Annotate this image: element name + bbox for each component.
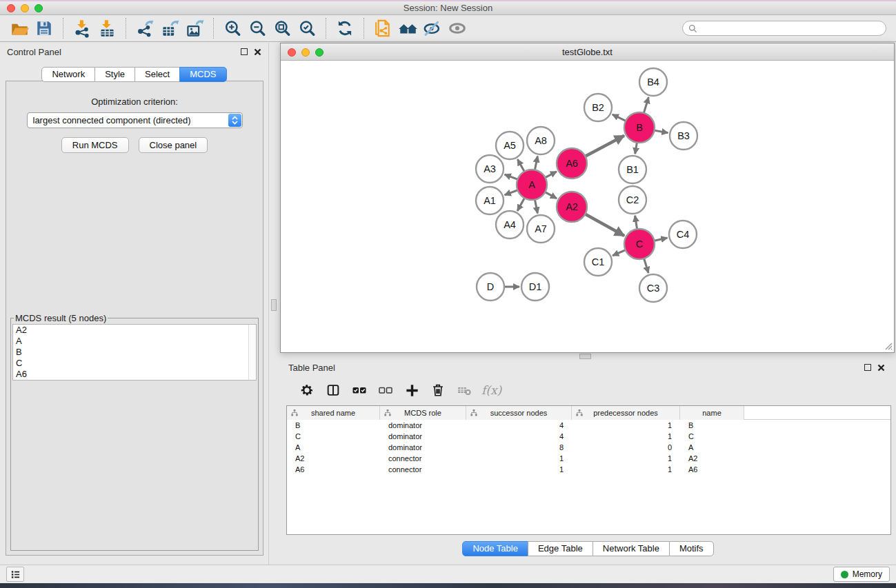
mcds-result-item[interactable]: C xyxy=(13,358,256,369)
close-panel-icon[interactable] xyxy=(877,364,885,372)
edge-A-A5[interactable] xyxy=(517,159,524,172)
deselect-all-button[interactable] xyxy=(372,378,399,402)
edge-A-A3[interactable] xyxy=(505,174,518,179)
tab-select[interactable]: Select xyxy=(135,67,180,82)
edge-A-A4[interactable] xyxy=(517,198,524,211)
zoom-in-button[interactable] xyxy=(220,17,245,39)
open-file-button[interactable] xyxy=(7,17,32,39)
homes-button[interactable] xyxy=(395,17,420,39)
network-from-selection-button[interactable] xyxy=(370,17,395,39)
edge-B-B3[interactable] xyxy=(655,130,668,133)
column-header-successor-nodes[interactable]: successor nodes xyxy=(466,406,572,420)
float-panel-icon[interactable] xyxy=(864,364,871,371)
edge-B-B2[interactable] xyxy=(613,114,626,121)
mcds-result-item[interactable]: A6 xyxy=(13,369,256,380)
edge-A2-C[interactable] xyxy=(585,214,624,236)
mcds-result-item[interactable]: A xyxy=(13,336,256,347)
table-cell[interactable]: A xyxy=(680,442,744,453)
tab-network-table[interactable]: Network Table xyxy=(593,541,670,556)
search-input[interactable] xyxy=(701,23,880,33)
export-network-button[interactable] xyxy=(132,17,157,39)
table-cell[interactable]: connector xyxy=(380,464,466,475)
table-cell[interactable]: A xyxy=(287,442,380,453)
tab-motifs[interactable]: Motifs xyxy=(669,541,714,556)
tab-mcds[interactable]: MCDS xyxy=(179,67,226,82)
close-panel-icon[interactable] xyxy=(254,48,261,56)
table-row[interactable]: Adominator80A xyxy=(287,442,890,453)
tab-network[interactable]: Network xyxy=(41,67,95,82)
task-history-button[interactable] xyxy=(6,567,24,582)
table-row[interactable]: A6connector11A6 xyxy=(287,464,890,475)
mcds-result-item[interactable]: A2 xyxy=(13,325,256,336)
table-cell[interactable]: 4 xyxy=(466,431,572,442)
tab-style[interactable]: Style xyxy=(94,67,135,82)
select-all-button[interactable] xyxy=(346,378,372,402)
table-cell[interactable]: connector xyxy=(380,453,466,464)
edge-A-A1[interactable] xyxy=(505,190,518,195)
table-cell[interactable]: A2 xyxy=(287,453,380,464)
table-cell[interactable]: 1 xyxy=(572,453,680,464)
zoom-window-button[interactable] xyxy=(34,4,43,12)
edge-A-A8[interactable] xyxy=(535,156,537,170)
table-cell[interactable]: dominator xyxy=(380,431,466,442)
table-cell[interactable]: dominator xyxy=(380,420,466,431)
edge-B-B1[interactable] xyxy=(635,143,637,154)
table-cell[interactable]: 8 xyxy=(466,442,572,453)
table-cell[interactable]: 0 xyxy=(572,442,680,453)
zoom-out-button[interactable] xyxy=(245,17,270,39)
table-cell[interactable]: 1 xyxy=(466,453,572,464)
edge-A-A7[interactable] xyxy=(535,200,537,214)
node-table[interactable]: shared nameMCDS rolesuccessor nodesprede… xyxy=(286,405,891,535)
table-cell[interactable]: A6 xyxy=(287,464,380,475)
run-mcds-button[interactable]: Run MCDS xyxy=(61,137,129,153)
edge-A-A6[interactable] xyxy=(545,172,557,178)
table-cell[interactable]: dominator xyxy=(380,442,466,453)
save-session-button[interactable] xyxy=(32,17,57,39)
zoom-selected-button[interactable] xyxy=(295,17,319,39)
table-cell[interactable]: C xyxy=(287,431,380,442)
mcds-result-item[interactable]: B xyxy=(13,347,256,358)
network-canvas-area[interactable]: B4B2BB3B1A5A8A6A3AA1A2C2A4A7CC4C1C3DD1 xyxy=(281,61,894,352)
table-cell[interactable]: A6 xyxy=(680,464,744,475)
table-cell[interactable]: 4 xyxy=(466,420,572,431)
table-row[interactable]: A2connector11A2 xyxy=(287,453,890,464)
tab-node-table[interactable]: Node Table xyxy=(462,541,528,556)
network-window-titlebar[interactable]: testGlobe.txt xyxy=(281,43,894,61)
delete-column-button[interactable] xyxy=(425,378,451,402)
table-cell[interactable]: B xyxy=(680,420,744,431)
table-row[interactable]: Bdominator41B xyxy=(287,420,890,431)
column-header-predecessor-nodes[interactable]: predecessor nodes xyxy=(572,406,680,420)
import-network-button[interactable] xyxy=(70,17,94,39)
edge-C-C3[interactable] xyxy=(644,258,649,273)
table-cell[interactable]: 1 xyxy=(466,464,572,475)
close-window-button[interactable] xyxy=(7,4,15,12)
edge-A-A2[interactable] xyxy=(545,192,557,199)
show-all-button[interactable] xyxy=(445,17,470,39)
network-close-button[interactable] xyxy=(288,48,296,57)
table-cell[interactable]: A2 xyxy=(680,453,744,464)
edge-C-C1[interactable] xyxy=(613,250,626,256)
table-cell[interactable]: 1 xyxy=(572,431,680,442)
split-columns-button[interactable] xyxy=(320,378,346,402)
network-minimize-button[interactable] xyxy=(301,48,310,57)
result-scrollbar[interactable] xyxy=(248,325,256,380)
table-row[interactable]: Cdominator41C xyxy=(287,431,890,442)
function-builder-button[interactable]: f(x) xyxy=(481,383,501,397)
import-table-button[interactable] xyxy=(94,17,119,39)
vertical-splitter-grip[interactable] xyxy=(271,299,277,311)
add-column-button[interactable] xyxy=(399,378,425,402)
network-canvas[interactable]: B4B2BB3B1A5A8A6A3AA1A2C2A4A7CC4C1C3DD1 xyxy=(281,61,894,352)
float-panel-icon[interactable] xyxy=(241,48,248,55)
refresh-layout-button[interactable] xyxy=(332,17,357,39)
table-cell[interactable]: C xyxy=(680,431,744,442)
edge-B-B4[interactable] xyxy=(644,97,648,113)
export-image-button[interactable] xyxy=(182,17,207,39)
delete-table-button[interactable] xyxy=(451,378,477,402)
network-zoom-button[interactable] xyxy=(315,48,323,57)
window-resize-grip[interactable] xyxy=(884,341,893,350)
tab-edge-table[interactable]: Edge Table xyxy=(528,541,593,556)
column-header-shared-name[interactable]: shared name xyxy=(287,406,380,420)
edge-C-C2[interactable] xyxy=(635,216,637,230)
hide-selected-button[interactable] xyxy=(420,17,445,39)
column-header-name[interactable]: name xyxy=(680,406,744,420)
